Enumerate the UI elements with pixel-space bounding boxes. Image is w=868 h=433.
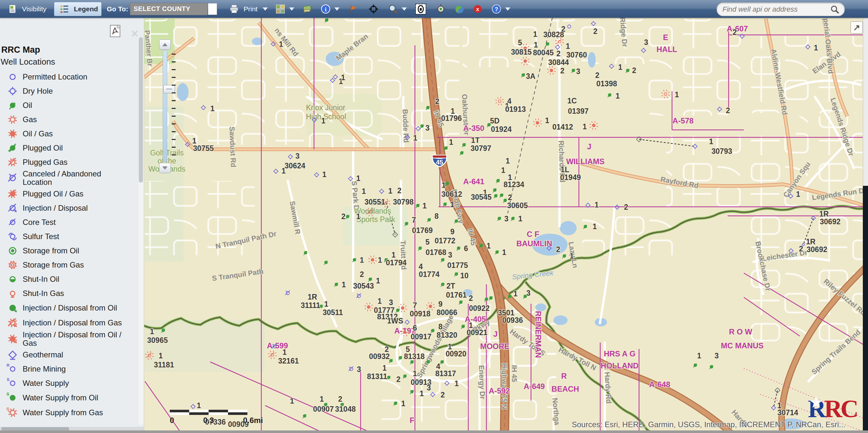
search-input[interactable] — [722, 5, 830, 14]
svg-text:1: 1 — [420, 389, 424, 398]
help-icon[interactable]: ? — [492, 4, 501, 14]
legend-item-sulfurtest: Sulfur Test — [3, 230, 144, 243]
zoom-search-caret-icon[interactable] — [402, 7, 407, 11]
svg-text:01412: 01412 — [552, 123, 573, 131]
svg-text:1: 1 — [501, 166, 505, 174]
zoom-search-icon[interactable] — [388, 4, 398, 14]
svg-text:01775: 01775 — [447, 261, 468, 269]
svg-text:31181: 31181 — [154, 361, 174, 369]
svg-text:?: ? — [495, 6, 498, 12]
legend-item-label: Storage from Gas — [23, 261, 124, 269]
svg-text:5: 5 — [426, 238, 430, 246]
county-select-spinner[interactable] — [208, 3, 217, 15]
search-box[interactable] — [717, 3, 845, 16]
svg-text:30605: 30605 — [507, 201, 528, 210]
svg-text:A-578: A-578 — [672, 116, 693, 125]
svg-text:30624: 30624 — [285, 162, 305, 170]
svg-text:1: 1 — [389, 187, 393, 195]
svg-text:1: 1 — [356, 212, 361, 221]
scale-bar: 0 0.3 0.6mi — [170, 410, 263, 425]
legend-item-plgas: Plugged Gas — [3, 156, 144, 169]
svg-text:2: 2 — [733, 28, 737, 36]
svg-text:80045: 80045 — [533, 48, 554, 57]
ellipse-select-icon[interactable] — [416, 4, 426, 14]
expand-map-icon[interactable]: ↗ — [850, 21, 863, 34]
svg-text:2: 2 — [338, 395, 342, 403]
print-caret-icon[interactable] — [262, 7, 268, 11]
injdisp-icon — [3, 201, 23, 215]
svg-text:Knox Junior: Knox Junior — [306, 103, 345, 112]
print-button[interactable]: Print — [224, 2, 261, 16]
svg-text:i: i — [325, 6, 327, 12]
svg-text:BEACH: BEACH — [551, 385, 579, 393]
svg-text:1: 1 — [533, 30, 537, 38]
svg-text:REINERMAN: REINERMAN — [534, 311, 542, 358]
zoom-out-button[interactable] — [159, 163, 171, 173]
county-select[interactable]: SELECT COUNTY — [130, 3, 208, 15]
clear-icon[interactable]: x — [473, 4, 483, 14]
svg-text:1: 1 — [401, 399, 406, 408]
svg-text:81234: 81234 — [503, 180, 524, 189]
svg-text:S: S — [6, 391, 9, 396]
legend-item-storoil: Storage from Oil — [3, 244, 144, 258]
print-label: Print — [244, 5, 257, 13]
svg-text:2: 2 — [560, 67, 565, 75]
svg-text:1: 1 — [413, 134, 417, 142]
svg-text:3: 3 — [426, 124, 430, 132]
flag-icon[interactable] — [349, 4, 358, 14]
svg-text:1: 1 — [545, 116, 550, 125]
svg-text:3: 3 — [296, 152, 300, 160]
storgas-icon — [3, 258, 23, 272]
pdf-export-icon[interactable] — [110, 25, 120, 37]
svg-text:A-641: A-641 — [463, 177, 484, 186]
zoom-in-button[interactable] — [159, 39, 171, 50]
measure-icon[interactable] — [302, 4, 312, 14]
svg-text:30511: 30511 — [323, 308, 343, 317]
svg-text:1: 1 — [595, 201, 599, 209]
scale-max: 0.6mi — [243, 416, 263, 425]
svg-text:S: S — [7, 377, 10, 382]
svg-text:32161: 32161 — [278, 357, 299, 365]
crosshair-icon[interactable] — [369, 4, 378, 14]
svg-text:01769: 01769 — [412, 226, 433, 235]
svg-text:2: 2 — [556, 245, 560, 254]
gps-locate-icon[interactable] — [436, 4, 446, 14]
svg-text:9: 9 — [438, 300, 443, 308]
globe-icon[interactable] — [455, 4, 464, 14]
scale-mid: 0.3 — [203, 416, 214, 425]
rrc-logo: R★RC — [808, 398, 857, 420]
zoom-slider-track[interactable] — [163, 50, 167, 162]
legend-item-label: Plugged Gas — [23, 158, 124, 166]
legend-vertical-scrollbar[interactable] — [138, 37, 143, 425]
search-icon[interactable] — [830, 4, 840, 14]
legend-item-injgas: Injection / Disposal from Gas — [3, 316, 144, 330]
basemap-icon[interactable] — [276, 4, 285, 14]
svg-text:A-649: A-649 — [524, 382, 545, 391]
svg-text:1: 1 — [392, 251, 396, 259]
basemap-caret-icon[interactable] — [289, 7, 294, 11]
watersupply-icon: S — [3, 376, 23, 390]
svg-text:1: 1 — [413, 369, 417, 378]
info-icon[interactable]: i — [321, 4, 331, 14]
svg-text:1T: 1T — [471, 136, 480, 144]
help-caret-icon[interactable] — [505, 7, 510, 11]
svg-text:1: 1 — [593, 222, 597, 231]
county-select-value: SELECT COUNTY — [133, 5, 190, 12]
map-svg[interactable]: 45Sawdust Rdns Mill RdMaple BranRidge Dr… — [144, 18, 868, 433]
legend-title: RRC Map — [1, 45, 144, 55]
visibility-button[interactable]: Visibility — [3, 2, 50, 16]
rrc-gis-viewer: Visibility Legend Go To: SELECT COUNTY P… — [0, 0, 868, 433]
svg-text:S: S — [6, 406, 9, 411]
svg-text:3A: 3A — [526, 72, 535, 80]
map-canvas[interactable]: 45Sawdust Rdns Mill RdMaple BranRidge Dr… — [144, 18, 868, 433]
svg-text:2T: 2T — [446, 282, 455, 290]
injoil-icon — [3, 301, 23, 315]
svg-text:2: 2 — [799, 244, 803, 253]
legend-button[interactable]: Legend — [54, 2, 101, 16]
legend-close-icon[interactable]: ✕ — [131, 28, 139, 39]
svg-text:3: 3 — [644, 38, 648, 46]
svg-text:30755: 30755 — [193, 144, 214, 153]
info-caret-icon[interactable] — [334, 7, 340, 11]
svg-text:1: 1 — [450, 200, 454, 209]
svg-text:1: 1 — [362, 187, 366, 196]
